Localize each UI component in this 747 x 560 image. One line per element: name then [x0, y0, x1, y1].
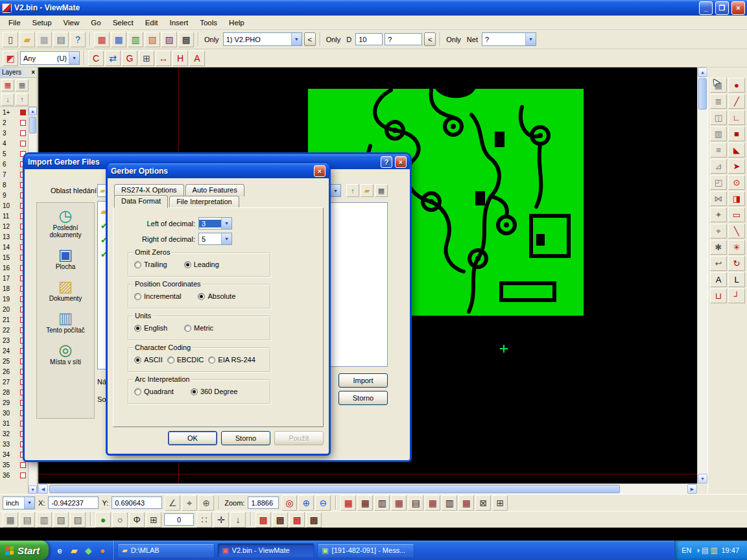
board-grid-button[interactable]: ▦	[458, 495, 474, 511]
import-button[interactable]: Import	[338, 373, 388, 388]
draw-line-button[interactable]: ╱	[728, 94, 745, 109]
mini-list-button[interactable]: ▨	[70, 512, 86, 528]
vertical-scrollbar[interactable]: ▲ ▼	[697, 67, 707, 484]
settings-gear-button[interactable]: ✱	[710, 240, 727, 255]
pattern-swatch-button[interactable]: ▩	[306, 512, 322, 528]
language-indicator[interactable]: EN	[682, 546, 691, 554]
layer-select[interactable]: 1) V2.PHO ▼	[223, 32, 302, 46]
dcode-filter-field[interactable]: ?	[385, 33, 422, 45]
board-grid-button[interactable]: ⊠	[475, 495, 491, 511]
layer-colors-button[interactable]: ▦	[94, 32, 110, 47]
tab-data-format[interactable]: Data Format	[114, 195, 168, 208]
layer-row[interactable]: 14	[0, 242, 28, 252]
radio-trailing[interactable]: Trailing	[134, 261, 167, 268]
layer-row[interactable]: 4	[0, 138, 28, 148]
views-button[interactable]: ▦	[375, 184, 388, 197]
layer-row[interactable]: 11	[0, 211, 28, 221]
layer-color-swatch[interactable]	[20, 462, 26, 468]
zoom-select-button[interactable]: ◎	[281, 495, 297, 511]
scrollbar-thumb[interactable]	[698, 78, 707, 110]
pin-down-button[interactable]: ↓	[230, 512, 246, 528]
menu-select[interactable]: Select	[107, 17, 139, 29]
board-grid-button[interactable]: ▦	[425, 495, 440, 511]
mini-grid-button[interactable]: ▦	[3, 512, 18, 528]
gerber-tool-button[interactable]: G	[122, 51, 137, 66]
layer-table-button[interactable]: ▦	[16, 79, 29, 91]
text-tool-button[interactable]: A	[710, 272, 727, 287]
list-view-button[interactable]: ≡	[710, 143, 727, 158]
origin-button[interactable]: ⌖	[182, 495, 197, 511]
menu-edit[interactable]: Edit	[139, 17, 164, 29]
horizontal-scrollbar[interactable]: ◀ ▶	[38, 484, 697, 494]
layer-table-red-button[interactable]: ▦	[1, 79, 14, 91]
apply-button[interactable]: Použít	[274, 431, 324, 445]
height-tool-button[interactable]: H	[172, 51, 188, 66]
zoom-field[interactable]: 1.8866	[248, 496, 279, 509]
layer-row[interactable]: 16	[0, 262, 28, 273]
radio-english[interactable]: English	[134, 324, 167, 332]
draw-corner-button[interactable]: ∟	[728, 110, 745, 125]
dot-grid-button[interactable]: ∷	[196, 512, 212, 528]
layer-row[interactable]: 26	[0, 366, 28, 377]
board-grid-button[interactable]: ▥	[442, 495, 457, 511]
previous-dcode-button[interactable]: <	[424, 32, 436, 46]
aperture-list-button[interactable]: A	[189, 51, 205, 66]
window-titlebar[interactable]: V2.bin - ViewMate _ ❐ ×	[0, 0, 747, 16]
layer-row[interactable]: 20	[0, 304, 28, 314]
redo-button[interactable]: ↻	[728, 256, 745, 271]
layer-row[interactable]: 30	[0, 408, 28, 418]
radio-360-degree[interactable]: 360 Degree	[191, 388, 238, 395]
zoom-in-button[interactable]: ⊕	[298, 495, 314, 511]
layer-row[interactable]: 34	[0, 449, 28, 460]
layer-row[interactable]: 7	[0, 169, 28, 180]
taskbar-task[interactable]: ▰D:\MLAB	[117, 543, 215, 558]
menu-tools[interactable]: Tools	[194, 17, 223, 29]
start-button[interactable]: Start	[0, 541, 49, 560]
layers-panel-close-button[interactable]: ×	[31, 69, 35, 76]
pan-cross-button[interactable]: ✛	[213, 512, 229, 528]
scroll-up-button[interactable]: ▲	[698, 67, 707, 77]
chevron-down-icon[interactable]: ▼	[330, 185, 340, 196]
browser-launch-button[interactable]: ●	[97, 544, 108, 556]
place-recent-documents[interactable]: ◷Poslední dokumenty	[37, 208, 94, 239]
unit-select[interactable]: inch ▼	[3, 496, 35, 509]
folder-launch-button[interactable]: ▰	[68, 544, 80, 556]
open-folder-button[interactable]: ▰	[19, 32, 35, 47]
previous-layer-button[interactable]: <	[304, 32, 316, 46]
selection-type-select[interactable]: Any (U) ▼	[20, 51, 80, 65]
chevron-down-icon[interactable]: ▼	[525, 33, 536, 45]
crosshair-tool-button[interactable]: ⌖	[710, 224, 727, 239]
dcode-grid-button[interactable]: ▦	[357, 495, 373, 511]
circle-aperture-button[interactable]: C	[88, 51, 104, 66]
layer-color-swatch[interactable]	[20, 141, 26, 146]
mirror-view-button[interactable]: ⋈	[710, 191, 727, 206]
leader-tool-button[interactable]: L	[728, 272, 745, 287]
scroll-up-button[interactable]: ▲	[29, 107, 37, 115]
scroll-left-button[interactable]: ◀	[38, 484, 48, 494]
frame-view-button[interactable]: ◰	[710, 175, 727, 190]
menu-go[interactable]: Go	[85, 17, 106, 29]
stack-view-button[interactable]: ≣	[710, 94, 727, 109]
scroll-down-button[interactable]: ▼	[29, 485, 37, 494]
board-grid-button[interactable]: ▦	[391, 495, 407, 511]
radio-ebcdic[interactable]: EBCDIC	[167, 356, 204, 364]
layer-row[interactable]: 10	[0, 200, 28, 211]
restore-button[interactable]: ❐	[715, 1, 729, 15]
tray-keyboard-button[interactable]: ▤	[702, 546, 709, 555]
dialog-titlebar[interactable]: Gerber Options ×	[108, 163, 329, 178]
status-led-button[interactable]: ●	[95, 512, 111, 528]
layer-row[interactable]: 12	[0, 221, 28, 231]
draw-halfrect-button[interactable]: ◨	[728, 191, 745, 206]
zoom-out-button[interactable]: ⊖	[315, 495, 331, 511]
circle-shape-button[interactable]: ○	[112, 512, 128, 528]
layer-report-button[interactable]: ▩	[178, 32, 194, 47]
y-coordinate-field[interactable]: 0.690643	[112, 496, 162, 509]
layer-row[interactable]: 32	[0, 428, 28, 439]
layer-row[interactable]: 2	[0, 117, 28, 128]
scroll-down-button[interactable]: ▼	[698, 474, 707, 484]
layers-panel-header[interactable]: Layers ×	[0, 67, 37, 78]
pattern-swatch-button[interactable]: ▩	[272, 512, 288, 528]
layer-color-swatch[interactable]	[20, 130, 26, 136]
radio-metric[interactable]: Metric	[184, 324, 213, 332]
dialog-help-button[interactable]: ?	[381, 156, 392, 168]
